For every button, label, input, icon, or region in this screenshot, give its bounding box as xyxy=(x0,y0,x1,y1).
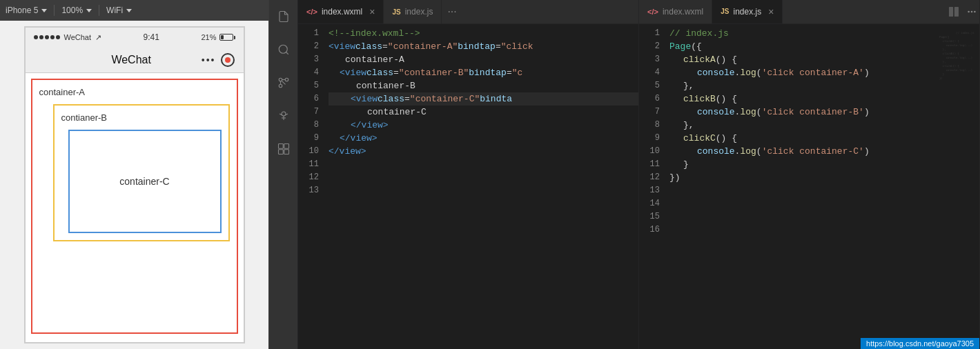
battery-icon xyxy=(219,34,235,41)
search-icon[interactable] xyxy=(273,39,295,61)
code-line-13 xyxy=(329,184,638,197)
svg-point-2 xyxy=(279,78,282,81)
wechat-title: WeChat xyxy=(111,54,151,66)
phone-status-bar: WeChat ↗ 9:41 21% xyxy=(26,28,244,47)
code-line-1: <!--index.wxml--> xyxy=(329,27,638,40)
container-a-box[interactable]: container-A contianer-B container-C xyxy=(31,79,238,334)
zoom-value: 100% xyxy=(61,6,83,15)
phone-screen: WeChat ↗ 9:41 21% WeChat xyxy=(24,26,245,343)
status-right: 21% xyxy=(201,33,235,41)
right-line-numbers: 12345 678910 111213141516 xyxy=(639,24,664,349)
signal-strength xyxy=(34,35,60,39)
record-inner-icon xyxy=(225,57,231,63)
zoom-selector[interactable]: 100% xyxy=(61,6,92,15)
record-button[interactable] xyxy=(221,53,235,67)
js-line-10: console.log('click container-C') xyxy=(669,145,938,158)
code-line-7: container-C xyxy=(329,106,638,119)
debug-icon[interactable] xyxy=(273,105,295,127)
container-b-label: contianer-B xyxy=(61,112,222,123)
tab-js-left[interactable]: JS index.js xyxy=(384,0,442,24)
left-editor-body[interactable]: 12345 678910 111213 <!--index.wxml--> <v… xyxy=(298,24,638,349)
js-line-3: clickA() { xyxy=(669,53,938,66)
signal-dot-1 xyxy=(34,35,38,39)
svg-rect-14 xyxy=(284,144,288,149)
js-icon-left: JS xyxy=(392,8,400,16)
svg-point-20 xyxy=(971,11,973,13)
zoom-chevron-icon xyxy=(86,9,92,12)
right-editor-pane: </> index.wxml JS index.js × 12345 67891… xyxy=(639,0,980,349)
battery-tip xyxy=(234,36,235,39)
left-code-area[interactable]: <!--index.wxml--> <view class="container… xyxy=(323,24,638,349)
network-value: WiFi xyxy=(106,6,123,15)
left-editor-tabs: </> index.wxml × JS index.js ··· xyxy=(298,0,638,24)
svg-rect-13 xyxy=(278,144,283,149)
tab-more-left[interactable]: ··· xyxy=(442,6,462,18)
js-line-11: } xyxy=(669,158,938,171)
minimap: // index.js Page({ clickA() { console.lo… xyxy=(938,24,979,349)
editors-area: </> index.wxml × JS index.js ··· 12345 6… xyxy=(298,0,980,349)
code-line-6: <view class="container-C" bindta xyxy=(329,92,638,106)
wifi-icon: ↗ xyxy=(95,33,101,42)
wechat-nav: WeChat ••• xyxy=(26,47,244,73)
clock: 9:41 xyxy=(144,32,159,42)
wechat-actions: ••• xyxy=(202,53,235,67)
svg-point-19 xyxy=(968,11,970,13)
container-b-box[interactable]: contianer-B container-C xyxy=(53,104,230,241)
git-icon[interactable] xyxy=(273,72,295,94)
tab-js-close-right[interactable]: × xyxy=(768,6,774,17)
code-line-2: <view class="container-A" bindtap="click xyxy=(329,40,638,53)
right-code-area[interactable]: // index.js Page({ clickA() { console.lo… xyxy=(664,24,938,349)
code-line-3: container-A xyxy=(329,53,638,66)
js-line-2: Page({ xyxy=(669,40,938,53)
network-selector[interactable]: WiFi xyxy=(106,6,132,15)
container-a-label: container-A xyxy=(39,87,230,97)
svg-point-0 xyxy=(279,45,287,53)
js-line-1: // index.js xyxy=(669,27,938,40)
more-options-icon-right[interactable] xyxy=(964,7,979,17)
js-line-14 xyxy=(669,197,938,210)
svg-rect-16 xyxy=(284,150,288,154)
svg-point-21 xyxy=(974,11,976,13)
phone-frame: WeChat ↗ 9:41 21% WeChat xyxy=(0,21,268,349)
js-line-15 xyxy=(669,210,938,223)
device-selector[interactable]: iPhone 5 xyxy=(6,6,47,15)
battery-percent: 21% xyxy=(201,33,216,41)
tab-wxml-right[interactable]: </> index.wxml xyxy=(639,0,712,24)
network-chevron-icon xyxy=(126,9,132,12)
code-line-4: <view class="container-B" bindtap="c xyxy=(329,66,638,79)
signal-dot-5 xyxy=(56,35,60,39)
split-editor-icon[interactable] xyxy=(943,7,964,17)
separator-1 xyxy=(54,5,55,16)
tab-wxml-close-left[interactable]: × xyxy=(369,6,375,17)
wxml-icon-left: </> xyxy=(306,8,317,16)
activity-bar xyxy=(269,0,298,349)
extensions-icon[interactable] xyxy=(273,138,295,160)
files-icon[interactable] xyxy=(273,6,295,28)
tab-wxml-label-left: index.wxml xyxy=(322,7,362,17)
js-line-4: console.log('click container-A') xyxy=(669,66,938,79)
js-line-16 xyxy=(669,223,938,237)
more-options-icon[interactable]: ••• xyxy=(202,54,216,66)
code-line-10: </view> xyxy=(329,145,638,158)
code-line-8: </view> xyxy=(329,119,638,132)
tab-wxml-left[interactable]: </> index.wxml × xyxy=(298,0,384,24)
right-editor-body[interactable]: 12345 678910 111213141516 // index.js Pa… xyxy=(639,24,979,349)
tab-js-right[interactable]: JS index.js × xyxy=(712,0,783,24)
signal-dot-3 xyxy=(45,35,49,39)
device-name: iPhone 5 xyxy=(6,6,38,15)
svg-point-4 xyxy=(285,78,288,81)
js-line-13 xyxy=(669,184,938,197)
signal-dot-2 xyxy=(39,35,43,39)
svg-point-3 xyxy=(279,84,282,88)
left-editor-pane: </> index.wxml × JS index.js ··· 12345 6… xyxy=(298,0,639,349)
tab-wxml-label-right: index.wxml xyxy=(663,7,703,17)
container-c-box[interactable]: container-C xyxy=(68,130,222,233)
battery-fill xyxy=(221,35,224,39)
right-editor-tabs: </> index.wxml JS index.js × xyxy=(639,0,979,24)
device-toolbar: iPhone 5 100% WiFi xyxy=(0,0,268,21)
svg-rect-15 xyxy=(278,150,283,154)
separator-2 xyxy=(99,5,99,16)
tab-js-label-right: index.js xyxy=(734,7,762,17)
js-line-6: clickB() { xyxy=(669,92,938,106)
battery-body xyxy=(219,34,233,41)
